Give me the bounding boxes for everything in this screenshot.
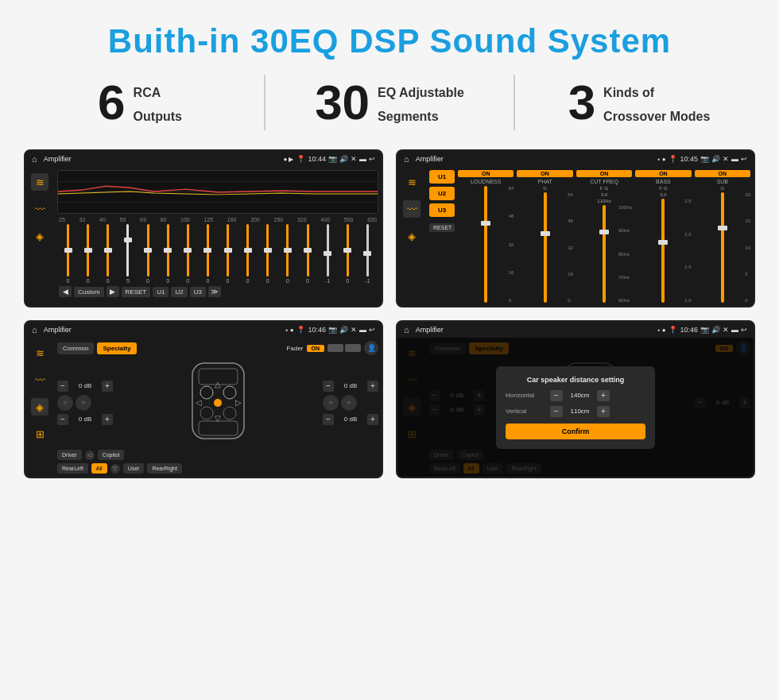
- eq-filter-icon[interactable]: ≋: [31, 173, 48, 191]
- all-btn[interactable]: All: [91, 463, 107, 474]
- eq-slider-2[interactable]: 0: [99, 224, 117, 284]
- eq-expand-btn[interactable]: ≫: [208, 286, 221, 297]
- slider-loudness[interactable]: 64 48 32 16 0: [458, 186, 514, 303]
- vol-fr-plus[interactable]: +: [367, 381, 378, 392]
- eq-slider-9[interactable]: 0: [238, 224, 257, 284]
- confirm-button[interactable]: Confirm: [506, 423, 645, 439]
- eq-custom-btn[interactable]: Custom: [74, 287, 104, 297]
- app-title-1: Amplifier: [44, 155, 281, 163]
- eq-u2-btn[interactable]: U2: [171, 287, 187, 297]
- wave-icon-3[interactable]: 〰: [31, 371, 48, 389]
- tab-common-3[interactable]: Common: [57, 342, 94, 354]
- xover-ch-cutfreq: ON CUT FREQ FG 3.0 110Hz 100Hz 90Hz: [576, 170, 632, 303]
- freq-160: 160: [227, 217, 237, 222]
- eq-bottom-bar: ◀ Custom ▶ RESET U1 U2 U3 ≫: [57, 284, 378, 300]
- xover-ch-bass: ON BASS FG 3.0 2.5 2.0 1.5: [635, 170, 691, 303]
- eq-slider-6[interactable]: 0: [179, 224, 197, 284]
- xover-reset-btn[interactable]: RESET: [429, 223, 455, 232]
- user-btn-3[interactable]: User: [123, 463, 145, 474]
- eq-filter-icon-3[interactable]: ≋: [31, 344, 48, 362]
- svg-point-8: [223, 386, 236, 399]
- xover-presets: U1 U2 U3 RESET: [429, 170, 455, 303]
- status-icons-1: 📍 10:44 📷 🔊 ✕ ▬ ↩: [296, 155, 375, 163]
- eq-slider-14[interactable]: 0: [339, 224, 357, 284]
- status-bar-4: ⌂ Amplifier ▪ ● 📍 10:46 📷 🔊 ✕ ▬ ↩: [397, 322, 754, 338]
- driver-btn[interactable]: Driver: [57, 450, 82, 460]
- slider-sub[interactable]: 20 15 10 5 0: [695, 192, 750, 303]
- on-badge-phat[interactable]: ON: [517, 170, 572, 177]
- svg-text:▷: ▷: [235, 398, 242, 407]
- eq-next-btn[interactable]: ▶: [107, 286, 119, 297]
- vol-rr-minus[interactable]: −: [323, 414, 334, 425]
- copilot-btn[interactable]: Copilot: [98, 450, 125, 460]
- on-badge-loudness[interactable]: ON: [458, 170, 514, 177]
- eq-u1-btn[interactable]: U1: [153, 287, 169, 297]
- vertical-minus-btn[interactable]: −: [550, 406, 563, 417]
- left-sidebar-3: ≋ 〰 ◈ ⊞: [25, 338, 54, 477]
- slider-bass[interactable]: 2.5 2.0 1.5 1.0: [635, 199, 691, 303]
- wave-icon[interactable]: 〰: [31, 200, 48, 218]
- eq-slider-7[interactable]: 0: [199, 224, 217, 284]
- eq-filter-icon-2[interactable]: ≋: [403, 173, 421, 191]
- speaker-icon-2[interactable]: ◈: [403, 227, 421, 245]
- app-title-3: Amplifier: [44, 326, 283, 334]
- fader-on-badge[interactable]: ON: [307, 345, 325, 352]
- vol-fl-minus[interactable]: −: [57, 381, 68, 392]
- rearleft-btn[interactable]: RearLeft: [57, 463, 88, 474]
- stat-label-rca: RCA: [134, 78, 182, 102]
- freq-100: 100: [180, 217, 190, 222]
- x-icon-2: ✕: [723, 155, 729, 163]
- eq-u3-btn[interactable]: U3: [190, 287, 206, 297]
- vol-rl-plus[interactable]: +: [102, 414, 113, 425]
- back-icon-3: ↩: [369, 326, 375, 334]
- x-icon-1: ✕: [351, 155, 357, 163]
- vol-rr-plus[interactable]: +: [367, 414, 378, 425]
- eq-slider-13[interactable]: -1: [319, 224, 337, 284]
- eq-slider-1[interactable]: 0: [79, 224, 97, 284]
- slider-phat[interactable]: 64 48 32 16 0: [517, 192, 572, 303]
- fader-center: △ ▽ ◁ ▷: [118, 359, 318, 447]
- pin-icon-1: 📍: [296, 155, 305, 163]
- fader-body: − 0 dB + ○ ○ − 0 dB +: [57, 358, 378, 447]
- xover-u1-btn[interactable]: U1: [429, 170, 455, 184]
- horizontal-minus-btn[interactable]: −: [550, 390, 563, 401]
- svg-point-10: [223, 407, 236, 420]
- horizontal-plus-btn[interactable]: +: [597, 390, 610, 401]
- vertical-plus-btn[interactable]: +: [597, 406, 610, 417]
- eq-slider-0[interactable]: 0: [59, 224, 77, 284]
- vol-fr-minus[interactable]: −: [323, 381, 334, 392]
- xover-u2-btn[interactable]: U2: [429, 187, 455, 200]
- eq-slider-8[interactable]: 0: [219, 224, 237, 284]
- slider-cutfreq[interactable]: 100Hz 90Hz 80Hz 70Hz 60Hz: [576, 205, 632, 303]
- camera-icon-3: 📷: [328, 326, 337, 334]
- on-badge-sub[interactable]: ON: [695, 170, 750, 177]
- settings-icon-3[interactable]: 👤: [364, 341, 378, 355]
- status-icons-2: 📍 10:45 📷 🔊 ✕ ▬ ↩: [669, 155, 747, 163]
- balance-icon-3[interactable]: ⊞: [31, 425, 48, 443]
- wave-icon-2[interactable]: 〰: [403, 200, 421, 218]
- eq-slider-12[interactable]: 0: [299, 224, 317, 284]
- stat-label-crossover: Kinds of: [603, 78, 710, 102]
- eq-reset-btn[interactable]: RESET: [122, 287, 151, 297]
- camera-icon-1: 📷: [328, 155, 337, 163]
- speaker-icon-3[interactable]: ◈: [31, 398, 48, 416]
- eq-main: 25 32 40 50 63 80 100 125 160 200 250 32…: [54, 167, 382, 306]
- eq-slider-4[interactable]: 0: [139, 224, 157, 284]
- eq-slider-10[interactable]: 0: [258, 224, 277, 284]
- eq-slider-11[interactable]: 0: [278, 224, 296, 284]
- rearright-btn[interactable]: RearRight: [147, 463, 182, 474]
- on-badge-bass[interactable]: ON: [635, 170, 691, 177]
- stat-number-crossover: 3: [568, 78, 595, 127]
- xover-u3-btn[interactable]: U3: [429, 203, 455, 217]
- speaker-icon[interactable]: ◈: [31, 227, 48, 245]
- svg-text:◁: ◁: [196, 398, 202, 407]
- vol-rl-minus[interactable]: −: [57, 414, 68, 425]
- eq-prev-btn[interactable]: ◀: [59, 286, 72, 297]
- on-badge-cutfreq[interactable]: ON: [576, 170, 632, 177]
- eq-slider-5[interactable]: 0: [159, 224, 177, 284]
- vol-fl-plus[interactable]: +: [102, 381, 113, 392]
- eq-slider-3[interactable]: 5: [118, 224, 137, 284]
- tab-specialty-3[interactable]: Specialty: [97, 342, 136, 354]
- rect-icon-1: ▬: [359, 155, 366, 163]
- eq-slider-15[interactable]: -1: [358, 224, 377, 284]
